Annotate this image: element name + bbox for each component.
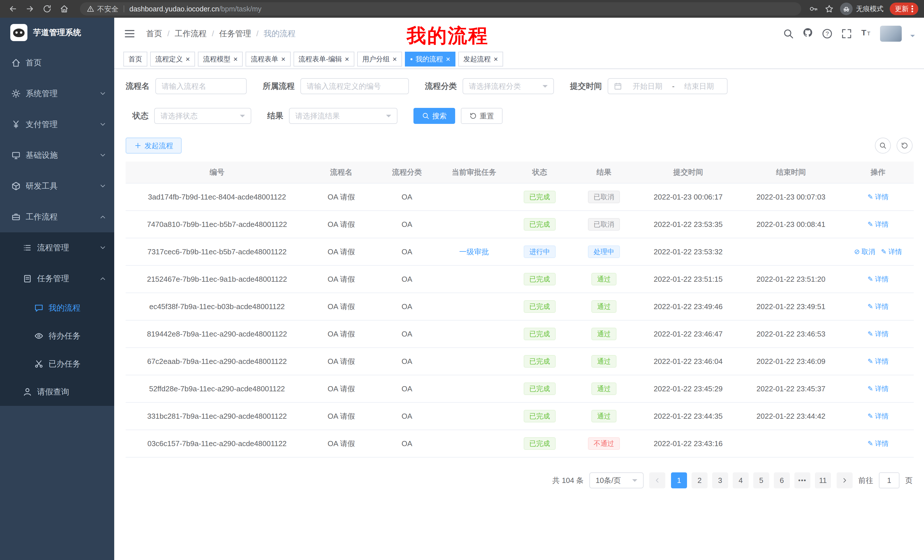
refresh-table-button[interactable] [897,138,913,154]
process-name-input[interactable] [155,78,247,94]
detail-action-link[interactable]: 详情 [867,302,889,310]
page-button[interactable]: 6 [774,472,790,488]
breadcrumb-item[interactable]: 任务管理/ [219,28,264,39]
tab-close-icon[interactable]: × [233,55,238,63]
browser-reload-button[interactable] [40,2,54,16]
sidebar-item-infra[interactable]: 基础设施 [0,140,114,171]
sidebar-item-workflow[interactable]: 工作流程 [0,202,114,232]
tab-close-icon[interactable]: × [345,55,349,63]
security-warning[interactable]: 不安全 [87,4,118,14]
page-button[interactable]: 5 [753,472,769,488]
tab-active-dot: ● [410,57,413,61]
create-process-button[interactable]: 发起流程 [126,138,182,154]
table-row: 67c2eaab-7b9a-11ec-a290-acde48001122 OA … [126,347,914,375]
password-key-icon[interactable] [809,4,818,13]
page-size-value: 10条/页 [596,476,621,485]
sidebar-item-payment[interactable]: 支付管理 [0,109,114,140]
browser-back-button[interactable] [6,2,20,16]
tab-close-icon[interactable]: × [446,55,450,63]
tab[interactable]: 流程模型 × [198,52,243,66]
help-icon[interactable]: ? [822,28,832,39]
detail-action-link[interactable]: 详情 [867,330,889,338]
sidebar-item-todo-tasks[interactable]: 待办任务 [0,322,114,350]
tab[interactable]: ● 我的流程 × [405,52,455,66]
tab[interactable]: 首页 [123,52,147,66]
page-button[interactable]: 1 [671,472,687,488]
cell-category: OA [374,375,440,403]
breadcrumb-item[interactable]: 首页/ [146,28,175,39]
sidebar-item-devtools[interactable]: 研发工具 [0,171,114,202]
breadcrumb-item[interactable]: 我的流程 [264,28,296,39]
font-size-icon[interactable]: TT [861,27,872,40]
goto-page-input[interactable] [879,472,900,488]
breadcrumb-item[interactable]: 工作流程/ [175,28,219,39]
parent-process-input[interactable] [300,78,409,94]
date-range-picker[interactable]: 开始日期 - 结束日期 [608,78,728,94]
col-result: 结果 [571,162,637,183]
reset-button[interactable]: 重置 [461,108,502,124]
page-button[interactable]: ••• [794,472,810,488]
status-label: 状态 [132,111,148,121]
address-bar[interactable]: 不安全 dashboard.yudao.iocoder.cn/bpm/task/… [80,2,801,15]
search-button[interactable]: 搜索 [414,108,455,124]
result-select[interactable]: 请选择流结果 [289,108,398,124]
page-size-select[interactable]: 10条/页 [590,472,644,488]
page-button[interactable]: 4 [733,472,748,488]
tab[interactable]: 流程表单-编辑 × [294,52,354,66]
sidebar-item-done-tasks[interactable]: 已办任务 [0,350,114,378]
fullscreen-icon[interactable] [841,28,852,39]
status-select[interactable]: 请选择状态 [154,108,251,124]
search-icon [879,142,886,149]
page-button[interactable]: 2 [692,472,708,488]
detail-action-link[interactable]: 详情 [867,220,889,228]
sidebar-item-system[interactable]: 系统管理 [0,78,114,109]
breadcrumb-label[interactable]: 首页 [146,28,162,39]
breadcrumb-label[interactable]: 任务管理 [219,28,251,39]
cancel-action-link[interactable]: 取消 [854,248,875,256]
detail-action-link[interactable]: 详情 [881,248,902,256]
profile-badge[interactable]: 无痕模式 [840,3,884,15]
browser-forward-button[interactable] [23,2,37,16]
tab[interactable]: 用户分组 × [357,52,402,66]
sidebar-item-process-mgmt[interactable]: 流程管理 [0,232,114,263]
tab-close-icon[interactable]: × [186,55,190,63]
menu-kebab-icon[interactable] [911,4,913,13]
detail-action-link[interactable]: 详情 [867,193,889,201]
sidebar-item-task-mgmt[interactable]: 任务管理 [0,263,114,294]
browser-controls: 无痕模式 更新 [809,3,918,15]
tab[interactable]: 流程表单 × [246,52,290,66]
toggle-search-button[interactable] [875,138,891,154]
avatar-caret-icon[interactable] [910,35,915,39]
browser-home-button[interactable] [57,2,71,16]
app-logo[interactable]: 芋道管理系统 [0,18,114,47]
page-button[interactable]: 11 [815,472,831,488]
bookmark-star-icon[interactable] [825,4,834,13]
category-select[interactable]: 请选择流程分类 [463,78,554,94]
github-icon[interactable] [802,27,813,40]
tab-close-icon[interactable]: × [393,55,397,63]
sidebar-toggle[interactable] [123,27,136,40]
search-icon[interactable] [783,28,794,39]
tab-close-icon[interactable]: × [281,55,285,63]
sidebar-item-my-process[interactable]: 我的流程 [0,294,114,322]
prev-page-button[interactable] [650,472,665,488]
cell-name: OA 请假 [308,403,374,430]
detail-action-link[interactable]: 详情 [867,440,889,447]
detail-action-link[interactable]: 详情 [867,275,889,283]
avatar[interactable] [880,26,902,42]
sidebar-item-leave-query[interactable]: 请假查询 [0,378,114,406]
breadcrumb-label[interactable]: 我的流程 [264,28,296,39]
detail-action-link[interactable]: 详情 [867,357,889,365]
breadcrumb-label[interactable]: 工作流程 [175,28,207,39]
current-task-link[interactable]: 一级审批 [459,247,489,256]
tab[interactable]: 发起流程 × [458,52,503,66]
detail-action-link[interactable]: 详情 [867,385,889,392]
detail-action-link[interactable]: 详情 [867,412,889,420]
cell-actions: 取消详情 [842,238,914,265]
tab-close-icon[interactable]: × [494,55,498,63]
sidebar-item-home[interactable]: 首页 [0,47,114,78]
tab[interactable]: 流程定义 × [150,52,195,66]
page-button[interactable]: 3 [712,472,728,488]
update-button[interactable]: 更新 [890,3,918,15]
next-page-button[interactable] [837,472,853,488]
